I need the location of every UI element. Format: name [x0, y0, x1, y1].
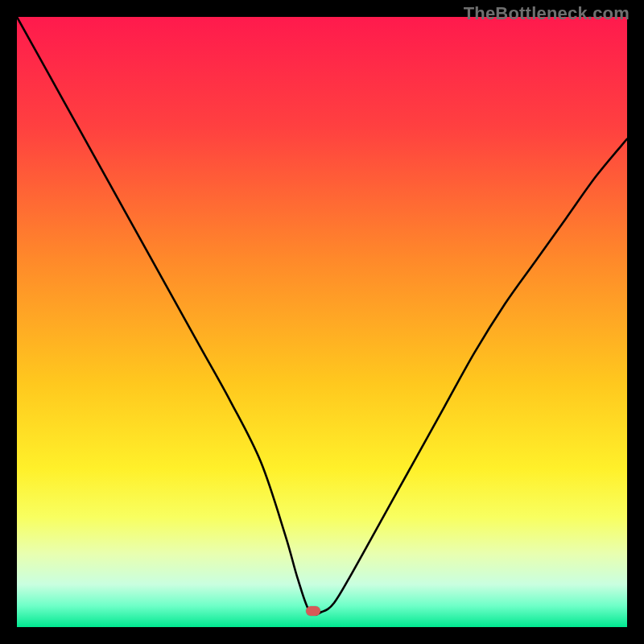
bottleneck-point-marker	[306, 606, 320, 616]
plot-area	[17, 17, 627, 627]
chart-frame: TheBottleneck.com	[0, 0, 644, 644]
watermark-text: TheBottleneck.com	[464, 3, 630, 24]
bottleneck-curve	[17, 17, 627, 627]
